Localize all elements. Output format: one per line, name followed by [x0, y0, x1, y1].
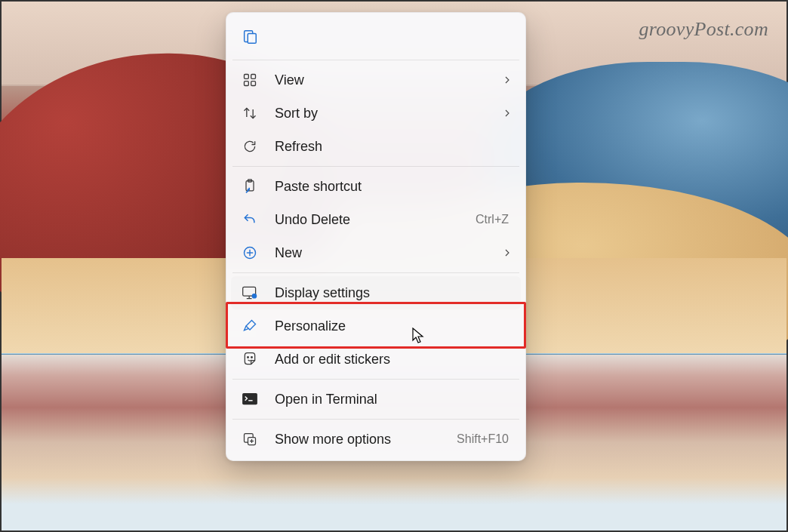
layout-icon — [240, 27, 260, 47]
menu-separator — [232, 60, 519, 60]
sticker-icon — [240, 349, 260, 369]
menu-label: Show more options — [275, 432, 457, 447]
chevron-right-icon — [503, 75, 512, 85]
refresh-icon — [240, 137, 260, 156]
menu-item-new[interactable]: New — [231, 236, 521, 269]
svg-rect-17 — [242, 393, 257, 404]
menu-item-display-settings[interactable]: Display settings — [231, 276, 521, 309]
menu-item-sort-by[interactable]: Sort by — [231, 97, 521, 130]
menu-shortcut: Shift+F10 — [457, 432, 509, 446]
menu-label: Add or edit stickers — [275, 352, 512, 367]
more-options-icon — [240, 429, 260, 449]
menu-item-refresh[interactable]: Refresh — [231, 130, 521, 163]
svg-rect-2 — [245, 75, 249, 79]
grid-icon — [240, 70, 260, 90]
menu-item-layout-options[interactable] — [231, 17, 521, 57]
svg-point-16 — [251, 357, 253, 358]
menu-label: Display settings — [275, 285, 512, 301]
menu-separator — [232, 272, 519, 273]
menu-shortcut: Ctrl+Z — [476, 213, 509, 226]
menu-separator — [232, 166, 519, 167]
menu-item-undo-delete[interactable]: Undo Delete Ctrl+Z — [231, 203, 521, 236]
menu-separator — [232, 419, 519, 420]
plus-circle-icon — [240, 243, 260, 263]
menu-item-paste-shortcut[interactable]: Paste shortcut — [231, 170, 521, 203]
menu-label: Personalize — [275, 318, 512, 334]
svg-rect-4 — [245, 81, 249, 86]
clipboard-shortcut-icon — [240, 177, 260, 196]
terminal-icon — [240, 389, 260, 409]
svg-rect-1 — [248, 33, 256, 43]
menu-item-personalize[interactable]: Personalize — [231, 309, 521, 343]
menu-label: New — [275, 245, 503, 261]
svg-rect-3 — [251, 75, 256, 79]
chevron-right-icon — [503, 248, 512, 257]
menu-label: Open in Terminal — [275, 392, 512, 407]
menu-label: Paste shortcut — [275, 179, 512, 195]
display-icon — [240, 283, 260, 303]
chevron-right-icon — [503, 109, 512, 118]
desktop-wallpaper[interactable]: groovyPost.com View — [0, 0, 788, 532]
desktop-context-menu: View Sort by Refresh — [226, 12, 526, 461]
menu-item-stickers[interactable]: Add or edit stickers — [231, 343, 521, 376]
menu-label: View — [275, 72, 503, 88]
menu-item-show-more-options[interactable]: Show more options Shift+F10 — [231, 423, 521, 456]
svg-rect-5 — [251, 81, 256, 86]
paintbrush-icon — [240, 316, 260, 336]
menu-separator — [232, 379, 519, 380]
menu-item-view[interactable]: View — [231, 63, 521, 97]
menu-label: Refresh — [275, 139, 512, 155]
menu-label: Sort by — [275, 106, 503, 121]
watermark-text: groovyPost.com — [639, 18, 768, 41]
sort-icon — [240, 103, 260, 123]
svg-point-15 — [248, 357, 249, 358]
undo-icon — [240, 210, 260, 229]
menu-item-open-terminal[interactable]: Open in Terminal — [231, 383, 521, 416]
menu-label: Undo Delete — [275, 212, 476, 228]
